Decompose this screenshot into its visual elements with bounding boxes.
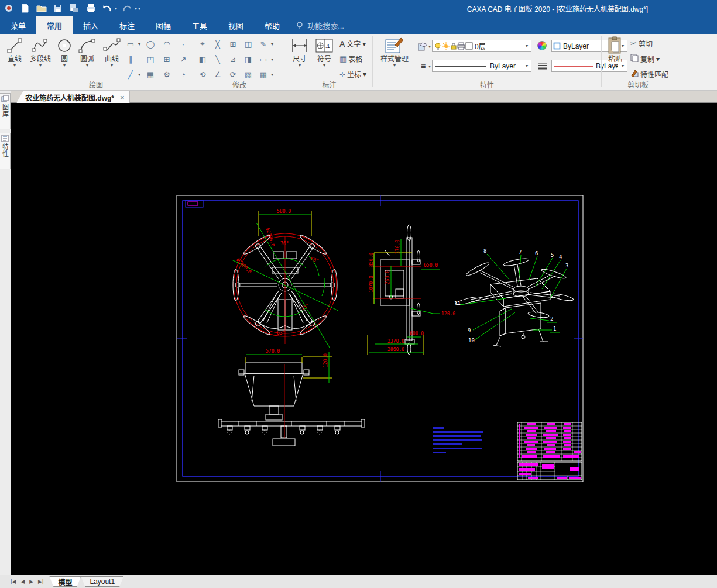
layer-combo[interactable]: 0层 ▾ xyxy=(432,40,531,52)
match-properties-button[interactable]: 特性匹配 xyxy=(630,69,668,79)
menu-tab-help[interactable]: 帮助 xyxy=(254,16,290,34)
symbol-button[interactable]: .1 符号▾ xyxy=(313,36,336,68)
rectangle-caret-icon[interactable]: ▾ xyxy=(138,42,140,47)
menu-tab-sheet[interactable]: 图幅 xyxy=(145,16,181,34)
bylayer-color-swatch xyxy=(553,42,561,50)
rotate-icon[interactable]: ⟲ xyxy=(196,68,209,81)
point-icon[interactable]: · xyxy=(177,37,190,50)
dim-side-850: 850.0 xyxy=(369,253,374,267)
wipeout-icon[interactable]: ◔ xyxy=(177,68,190,81)
layer-tool-icon[interactable] xyxy=(417,40,430,53)
dim-side-370: 370.0 xyxy=(395,240,400,254)
part-3: 3 xyxy=(565,263,568,269)
coordinate-button[interactable]: ⊹ 坐标▾ xyxy=(339,69,366,79)
offset-icon[interactable]: ◨ xyxy=(242,53,255,66)
next-sheet-icon[interactable]: ▶ xyxy=(29,579,33,584)
redo-icon[interactable] xyxy=(121,2,133,14)
layer-color-swatch xyxy=(465,42,473,50)
stretch-icon[interactable]: ◫ xyxy=(242,37,255,50)
view-isometric: 8 7 6 5 4 3 11 2 1 9 10 xyxy=(454,248,574,346)
gear-icon[interactable]: ⚙ xyxy=(160,68,173,81)
arrow-icon[interactable]: ↗ xyxy=(177,53,190,66)
table-button[interactable]: ▦ 表格 xyxy=(339,54,362,64)
curve-fit-icon[interactable]: ◠ xyxy=(160,37,173,50)
linetype-combo[interactable]: ByLayer ▾ xyxy=(432,60,531,72)
left-panel-strip: 图库 特性 xyxy=(0,91,11,575)
last-sheet-icon[interactable]: ▶| xyxy=(38,579,43,584)
lineweight-tool-icon[interactable] xyxy=(536,60,549,73)
ellipse-icon[interactable]: ◯ xyxy=(144,37,157,50)
ribbon-group-modify: ⌖ ╳ ⊞ ◫ ✎ ▾ ◧ ╲ ⊿ ◨ ▭ ▾ ⟲ ∠ ⟳ ▧ ▩ ▾ 修改 xyxy=(194,34,285,90)
save-icon[interactable] xyxy=(52,2,64,14)
paste-button[interactable]: 粘贴▾ xyxy=(602,36,628,68)
bolt-icon[interactable]: ⊞ xyxy=(160,53,173,66)
menu-tab-insert[interactable]: 插入 xyxy=(73,16,109,34)
menu-tab-main[interactable]: 菜单 xyxy=(0,16,36,34)
explode-icon[interactable]: ▧ xyxy=(242,68,255,81)
function-search[interactable]: 功能搜索... xyxy=(296,16,344,34)
qat-customize-icon[interactable]: ▾ xyxy=(138,6,140,11)
style-manager-button[interactable]: 样式管理▾ xyxy=(376,36,413,68)
polyline-button[interactable]: 多段线▾ xyxy=(25,36,56,68)
sheet-tab-layout1[interactable]: Layout1 xyxy=(81,576,123,587)
hatch-edit-icon[interactable]: ▩ xyxy=(257,68,270,81)
edit-caret-icon[interactable]: ▾ xyxy=(271,42,273,47)
color-wheel-icon[interactable] xyxy=(537,41,547,50)
revolve-icon[interactable]: ⟳ xyxy=(227,68,239,81)
extend-icon[interactable]: ╲ xyxy=(211,53,224,66)
spline-button[interactable]: 曲线▾ xyxy=(98,36,125,68)
hatch-icon[interactable]: ▦ xyxy=(144,68,157,81)
open-file-icon[interactable] xyxy=(35,2,48,14)
dim-side-2370: 2370.0 xyxy=(387,339,404,344)
cut-button[interactable]: ✂ 剪切 xyxy=(630,39,653,49)
arc-button[interactable]: 圆弧▾ xyxy=(74,36,101,68)
drawing-canvas[interactable]: 580.0 Φ2780.0 Φ2380.0 76° 63° 15° 63° xyxy=(11,103,717,575)
linetype-tool-caret-icon[interactable]: ▾ xyxy=(428,64,431,69)
text-button[interactable]: A 文字▾ xyxy=(339,39,366,49)
scale-caret-icon[interactable]: ▾ xyxy=(271,57,273,62)
array-icon[interactable]: ⊞ xyxy=(227,37,239,50)
menu-tab-view[interactable]: 视图 xyxy=(218,16,254,34)
dimension-button[interactable]: 尺寸▾ xyxy=(288,36,311,68)
first-sheet-icon[interactable]: |◀ xyxy=(11,579,16,584)
document-tab-close-icon[interactable]: × xyxy=(120,93,125,102)
layer-tool-caret-icon[interactable]: ▾ xyxy=(428,44,431,49)
part-2: 2 xyxy=(550,316,553,322)
menu-tab-common[interactable]: 常用 xyxy=(36,16,73,34)
dim-side-650: 650.0 xyxy=(424,263,438,268)
scale-icon[interactable]: ▭ xyxy=(257,53,270,66)
parallel-line-icon[interactable]: ∥ xyxy=(124,53,137,66)
menu-tab-dimension[interactable]: 标注 xyxy=(109,16,145,34)
rectangle-icon[interactable]: ▭ xyxy=(124,37,137,50)
print-icon[interactable] xyxy=(84,2,97,14)
move-icon[interactable]: ⌖ xyxy=(196,37,209,50)
arc-icon xyxy=(78,36,96,55)
prev-sheet-icon[interactable]: ◀ xyxy=(20,579,25,584)
sidebar-tab-library[interactable]: 图库 xyxy=(0,93,11,129)
trim-icon[interactable]: ╳ xyxy=(211,37,224,50)
save-all-icon[interactable] xyxy=(68,2,81,14)
hatch-edit-caret-icon[interactable]: ▾ xyxy=(271,72,273,77)
sidebar-tab-properties[interactable]: 特性 xyxy=(0,133,11,169)
chamfer-icon[interactable]: ∠ xyxy=(211,68,224,81)
sheet-tab-model[interactable]: 模型 xyxy=(49,576,81,587)
library-icon xyxy=(1,95,9,102)
undo-caret-icon[interactable]: ▾ xyxy=(115,6,117,11)
axis-line-caret-icon[interactable]: ▾ xyxy=(138,72,140,77)
edit-icon[interactable]: ✎ xyxy=(257,37,270,50)
part-9: 9 xyxy=(468,328,471,333)
redo-caret-icon[interactable]: ▾ xyxy=(135,6,137,11)
undo-icon[interactable] xyxy=(101,2,114,14)
region-icon[interactable]: ◰ xyxy=(144,53,157,66)
axis-line-icon[interactable]: ╱ xyxy=(124,68,137,81)
circle-button[interactable]: 圆▾ xyxy=(54,36,75,68)
copy-button[interactable]: 复制▾ xyxy=(630,54,660,64)
app-logo-icon[interactable] xyxy=(2,2,15,14)
copy-object-icon[interactable]: ◧ xyxy=(196,53,209,66)
menu-tab-tools[interactable]: 工具 xyxy=(181,16,218,34)
linetype-tool-icon[interactable]: ≡ xyxy=(417,60,430,73)
new-file-icon[interactable] xyxy=(19,2,32,14)
title-bar: ▾ ▾ ▾ CAXA CAD 电子图板 2020 - [农业施药无人机装配图.d… xyxy=(0,0,717,16)
mirror-icon[interactable]: ⊿ xyxy=(227,53,239,66)
document-tab[interactable]: 农业施药无人机装配图.dwg* × xyxy=(16,91,130,103)
